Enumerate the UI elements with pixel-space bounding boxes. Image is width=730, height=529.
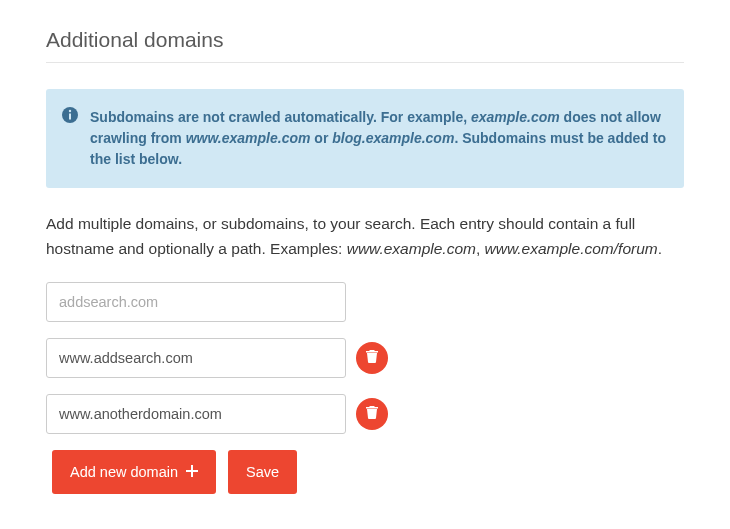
trash-icon [365,349,379,366]
add-new-domain-label: Add new domain [70,464,178,480]
add-new-domain-button[interactable]: Add new domain [52,450,216,494]
alert-text-3: or [310,130,332,146]
plus-icon [186,464,198,480]
domain-row [46,338,684,378]
info-alert: Subdomains are not crawled automatically… [46,89,684,188]
svg-rect-1 [69,114,71,120]
save-button[interactable]: Save [228,450,297,494]
desc-example-2: www.example.com/forum [485,240,658,257]
desc-example-1: www.example.com [347,240,476,257]
delete-domain-button[interactable] [356,398,388,430]
alert-example-2: www.example.com [186,130,311,146]
primary-domain-input[interactable] [46,282,346,322]
description-text: Add multiple domains, or subdomains, to … [46,212,684,262]
section-title: Additional domains [46,28,684,63]
delete-domain-button[interactable] [356,342,388,374]
svg-point-2 [69,110,71,112]
domain-row [46,394,684,434]
desc-end: . [658,240,662,257]
alert-example-3: blog.example.com [332,130,454,146]
action-buttons: Add new domain Save [52,450,684,494]
desc-sep: , [476,240,485,257]
svg-rect-4 [186,470,198,472]
alert-example-1: example.com [471,109,560,125]
save-label: Save [246,464,279,480]
domain-input[interactable] [46,338,346,378]
info-icon [62,107,78,123]
trash-icon [365,405,379,422]
alert-text-1: Subdomains are not crawled automatically… [90,109,471,125]
primary-domain-row [46,282,684,322]
domain-input[interactable] [46,394,346,434]
